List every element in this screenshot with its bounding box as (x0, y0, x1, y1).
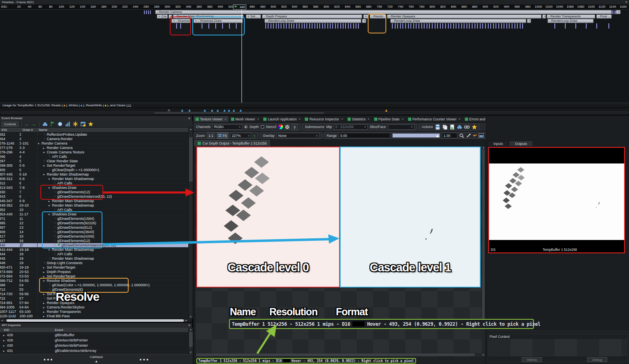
window-tab-mesh-viewer[interactable]: Mesh Viewer× (229, 116, 262, 122)
zoom-value-select[interactable]: 227%∨ (230, 133, 251, 138)
tab-inputs[interactable]: Inputs (487, 141, 509, 147)
scroll-up-icon[interactable]: ▲ (190, 128, 192, 130)
tab-outputs[interactable]: Outputs (509, 141, 533, 147)
timeline-block[interactable]: + (527, 19, 531, 23)
window-tab-launch-application[interactable]: Launch Application× (261, 116, 303, 122)
zoom-fit-button[interactable]: Fit (217, 132, 228, 139)
forward-arrow-icon[interactable]: → (32, 122, 36, 126)
tree-expander-icon[interactable]: ▾ (43, 279, 47, 283)
output-thumbnail[interactable]: DS TempBuffer 1 512x256 (488, 147, 625, 253)
event-row[interactable]: 450-47119-19▸Set RenderTarget (0, 265, 188, 270)
timeline-close-icon[interactable]: × (625, 0, 627, 4)
viewport-vscroll-thumb[interactable] (482, 149, 485, 323)
reset-range-icon[interactable]: ↩ (473, 133, 477, 138)
event-row[interactable]: 38512└glDrawElements(92226) (0, 221, 188, 225)
event-row[interactable]: 35210└API Calls (0, 208, 188, 212)
overlay-select[interactable]: None∨ (277, 133, 319, 138)
tab-close-icon[interactable]: × (225, 117, 227, 121)
tab-close-icon[interactable]: × (458, 117, 460, 121)
viewport-hscrollbar[interactable]: ► (196, 353, 485, 357)
event-browser-hscrollbar[interactable]: ◄ ► (0, 318, 188, 322)
range-slider[interactable] (392, 133, 440, 138)
tree-expander-icon[interactable]: ▸ (43, 292, 47, 296)
tree-expander-icon[interactable]: ▸ (43, 306, 47, 309)
scroll-right-icon[interactable]: ► (185, 319, 187, 322)
window-tab-performance-counter-viewer[interactable]: Performance Counter Viewer× (406, 116, 463, 122)
timeline-block[interactable]: - RenderLoop.Draw (548, 19, 594, 23)
timeline-block[interactable]: + (542, 14, 546, 19)
window-tab-pipeline-state[interactable]: Pipeline State× (372, 116, 406, 122)
event-row[interactable]: 41715└glDrawElements(4206) (0, 234, 188, 239)
event-row[interactable]: 1120-1142100-100▸Final Blit Pass (0, 314, 188, 318)
mip-select[interactable]: 0 - 512x256∨ (334, 124, 368, 130)
favorite-star-icon[interactable] (472, 124, 477, 130)
range-min-input[interactable]: 0.00 (339, 133, 390, 138)
tree-expander-icon[interactable]: ▸ (43, 270, 47, 274)
browse-window-icon[interactable] (81, 122, 85, 126)
tab-close-icon[interactable]: × (368, 117, 370, 121)
current-eid-marker[interactable]: ⚑ 440 (233, 4, 246, 10)
timeline-hscroll-thumb[interactable] (154, 112, 324, 114)
event-row[interactable]: 42716└glDrawElements(12) (0, 239, 188, 243)
timeline-block[interactable]: - Render Opaques (387, 14, 542, 19)
tree-expander-icon[interactable]: ▸ (43, 310, 47, 314)
tree-expander-icon[interactable]: ▾ (38, 142, 42, 145)
timeline-body[interactable]: - Render Camera++ Cre...+- Render Main S… (0, 10, 629, 103)
drawer-dots[interactable]: ●●● (140, 358, 150, 362)
stencil-checkbox[interactable] (261, 125, 264, 128)
scroll-down-icon[interactable]: ▼ (190, 351, 192, 354)
tree-expander-icon[interactable]: ▾ (43, 151, 47, 154)
event-row[interactable]: 3438└glDrawElementsInstanced(36, 12) (0, 194, 188, 199)
tree-expander-icon[interactable]: ▾ (48, 177, 52, 181)
tab-close-icon[interactable]: × (257, 117, 259, 121)
tree-expander-icon[interactable]: ▾ (48, 248, 52, 252)
tree-expander-icon[interactable]: ▸ (48, 199, 52, 203)
tree-expander-icon[interactable]: ▸ (43, 314, 47, 318)
controls-button[interactable]: Controls (2, 122, 19, 127)
timeline-block[interactable]: - RenderLoop.Draw (265, 19, 361, 23)
column-eid[interactable]: EID (2, 128, 7, 132)
histogram-icon[interactable] (479, 133, 484, 138)
timeline-block[interactable]: + (362, 19, 366, 23)
event-row[interactable]: 2964└API Calls (0, 155, 188, 159)
timeline-block[interactable]: - Render Transparents (547, 14, 595, 19)
timeline-hscrollbar[interactable] (1, 112, 628, 114)
tab-close-icon[interactable]: × (299, 117, 301, 121)
gamma-button[interactable]: γ (292, 124, 298, 130)
event-browser-vscrollbar[interactable]: ▲ ▼ (188, 128, 193, 318)
tree-expander-icon[interactable]: ▸ (3, 338, 7, 343)
event-row[interactable]: 44819└Setup Light Constants (0, 261, 188, 265)
tree-expander-icon[interactable]: ▾ (48, 204, 52, 207)
timeline-block[interactable]: + Set... (246, 14, 261, 19)
find-icon[interactable] (457, 124, 462, 129)
event-row[interactable]: 44418└API Calls (0, 252, 188, 256)
statistics-icon[interactable] (65, 122, 70, 126)
copy-icon[interactable] (442, 124, 448, 130)
event-row[interactable]: 2643└Camera.Render (0, 137, 188, 141)
checkerboard-background-icon[interactable] (285, 125, 290, 129)
column-eid[interactable]: EID (4, 328, 9, 333)
event-row[interactable]: 40914└glDrawElements(3840) (0, 230, 188, 234)
timeline-block[interactable]: - RenderLoop.Draw (390, 19, 526, 23)
filter-asterisk-icon[interactable] (73, 122, 78, 126)
tree-expander-icon[interactable]: ▾ (48, 186, 52, 190)
event-row[interactable]: 37111└glDrawElements(1584) (0, 217, 188, 221)
event-row[interactable]: 473-66920-53▸Depth Prepass (0, 270, 188, 274)
event-row[interactable]: 299-3055-5▾Set RenderTarget (0, 163, 188, 168)
scroll-left-icon[interactable]: ◄ (1, 319, 3, 322)
scroll-down-icon[interactable]: ▼ (190, 316, 192, 318)
open-file-icon[interactable] (450, 124, 455, 130)
tree-expander-icon[interactable]: ▸ (43, 266, 47, 269)
range-max-input[interactable]: 1.00 (442, 133, 457, 138)
tree-expander-icon[interactable]: ▸ (43, 301, 47, 305)
tab-close-icon[interactable]: × (402, 117, 404, 121)
scroll-up-icon[interactable]: ▲ (482, 146, 485, 149)
event-row[interactable]: 442-44418-18▾Render Main Shadowmap (0, 248, 188, 252)
zoom-range-icon[interactable] (459, 133, 464, 138)
back-arrow-icon[interactable]: ← (25, 122, 29, 126)
tree-expander-icon[interactable]: ▸ (3, 343, 7, 348)
event-row[interactable]: 68854└glClear(Color = <1.000000, 1.00000… (0, 283, 188, 287)
event-row[interactable]: 3055└glClear(Depth = <1.000000>) (0, 168, 188, 172)
tree-expander-icon[interactable]: ▸ (43, 146, 47, 150)
event-row[interactable]: 277-2783-3▸Render Camera (0, 146, 188, 150)
